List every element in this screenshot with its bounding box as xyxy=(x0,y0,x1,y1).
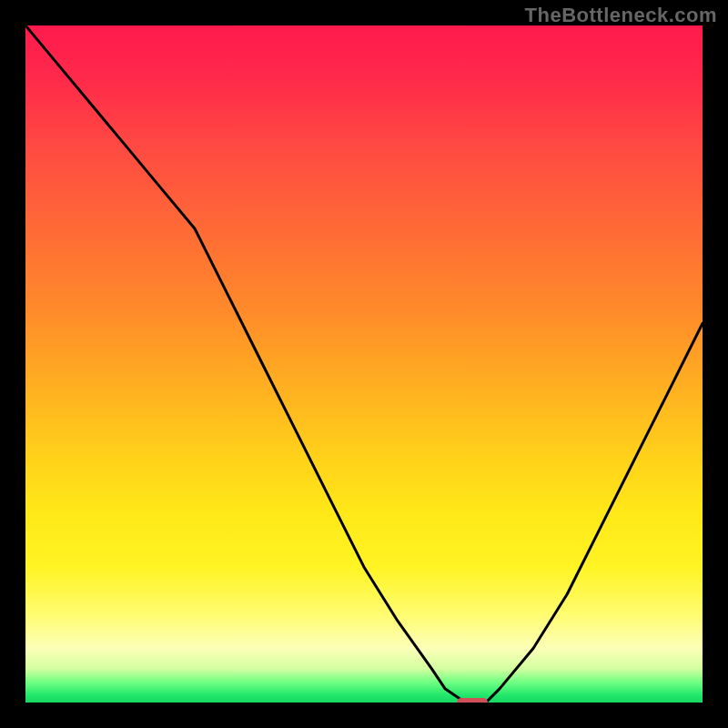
plot-area xyxy=(25,25,703,703)
bottleneck-curve xyxy=(25,25,703,703)
optimal-point-marker xyxy=(457,698,487,703)
watermark-text: TheBottleneck.com xyxy=(525,4,717,27)
chart-frame: TheBottleneck.com xyxy=(0,0,728,728)
